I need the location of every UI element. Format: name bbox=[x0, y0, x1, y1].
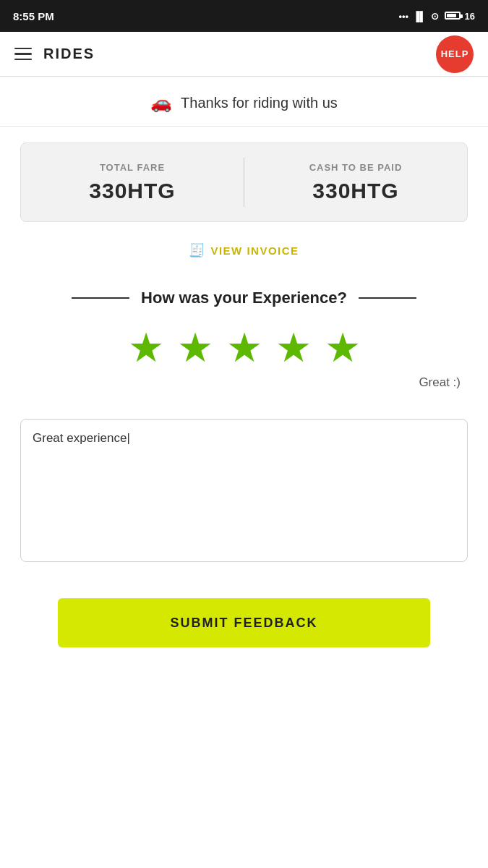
hamburger-menu[interactable] bbox=[14, 48, 32, 61]
experience-line-right bbox=[359, 297, 416, 299]
total-fare-label: TOTAL FARE bbox=[100, 162, 165, 173]
cellular-icon: ▐▌ bbox=[413, 11, 426, 22]
battery-icon bbox=[445, 12, 461, 20]
feedback-area: Great experience| bbox=[20, 419, 468, 562]
view-invoice-row[interactable]: 🧾 VIEW INVOICE bbox=[0, 238, 488, 271]
cash-fare-section: CASH TO BE PAID 330HTG bbox=[244, 143, 467, 221]
signal-dots-icon: ••• bbox=[398, 11, 408, 22]
submit-section: SUBMIT FEEDBACK bbox=[0, 584, 488, 676]
thanks-text: Thanks for riding with us bbox=[181, 95, 338, 111]
invoice-icon: 🧾 bbox=[189, 242, 205, 258]
experience-section: How was your Experience? ★ ★ ★ ★ ★ Great… bbox=[0, 271, 488, 412]
rating-label: Great :) bbox=[20, 375, 468, 390]
cash-fare-amount: 330HTG bbox=[312, 179, 398, 203]
total-fare-section: TOTAL FARE 330HTG bbox=[21, 143, 244, 221]
stars-row: ★ ★ ★ ★ ★ bbox=[20, 328, 468, 368]
submit-feedback-button[interactable]: SUBMIT FEEDBACK bbox=[58, 598, 430, 647]
top-nav: RIDES HELP bbox=[0, 32, 488, 77]
wifi-icon: ⊙ bbox=[431, 11, 439, 22]
star-5[interactable]: ★ bbox=[325, 328, 361, 368]
experience-title: How was your Experience? bbox=[141, 289, 347, 307]
status-bar: 8:55 PM ••• ▐▌ ⊙ 16 bbox=[0, 0, 488, 32]
star-1[interactable]: ★ bbox=[128, 328, 164, 368]
status-icons: ••• ▐▌ ⊙ 16 bbox=[398, 11, 475, 22]
car-icon: 🚗 bbox=[150, 93, 172, 113]
battery-container bbox=[443, 11, 461, 22]
hamburger-line-3 bbox=[14, 59, 32, 61]
total-fare-amount: 330HTG bbox=[89, 179, 175, 203]
thanks-banner: 🚗 Thanks for riding with us bbox=[0, 77, 488, 127]
experience-line-left bbox=[72, 297, 129, 299]
nav-title: RIDES bbox=[43, 46, 95, 62]
cash-fare-label: CASH TO BE PAID bbox=[309, 162, 403, 173]
hamburger-line-2 bbox=[14, 53, 32, 55]
experience-header: How was your Experience? bbox=[20, 289, 468, 307]
invoice-label: VIEW INVOICE bbox=[210, 244, 299, 257]
battery-level: 16 bbox=[465, 11, 475, 22]
star-2[interactable]: ★ bbox=[177, 328, 213, 368]
star-4[interactable]: ★ bbox=[275, 328, 312, 368]
nav-left: RIDES bbox=[14, 46, 95, 62]
feedback-textarea[interactable]: Great experience| bbox=[33, 431, 455, 547]
star-3[interactable]: ★ bbox=[226, 328, 262, 368]
help-button[interactable]: HELP bbox=[436, 35, 474, 73]
hamburger-line-1 bbox=[14, 48, 32, 50]
fare-card: TOTAL FARE 330HTG CASH TO BE PAID 330HTG bbox=[20, 142, 468, 222]
status-time: 8:55 PM bbox=[13, 10, 54, 22]
